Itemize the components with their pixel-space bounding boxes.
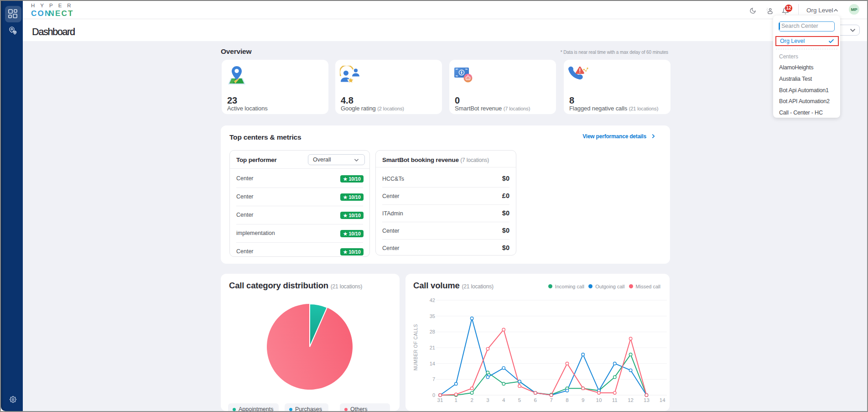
svg-text:3: 3 bbox=[486, 397, 489, 403]
svg-text:8: 8 bbox=[566, 397, 568, 403]
svg-text:7: 7 bbox=[550, 397, 552, 403]
svg-text:9: 9 bbox=[582, 397, 584, 403]
svg-text:14: 14 bbox=[660, 397, 665, 403]
svg-text:7: 7 bbox=[432, 376, 435, 382]
svg-text:4: 4 bbox=[502, 397, 505, 403]
svg-text:12: 12 bbox=[628, 397, 634, 403]
svg-text:13: 13 bbox=[644, 397, 650, 403]
svg-text:28: 28 bbox=[430, 329, 435, 334]
svg-text:5: 5 bbox=[518, 397, 521, 403]
svg-text:10: 10 bbox=[596, 397, 602, 403]
svg-text:0: 0 bbox=[432, 392, 435, 398]
svg-text:1: 1 bbox=[455, 397, 457, 403]
svg-text:6: 6 bbox=[534, 397, 537, 403]
svg-text:11: 11 bbox=[612, 397, 618, 403]
svg-text:2: 2 bbox=[470, 397, 473, 403]
svg-text:35: 35 bbox=[430, 313, 435, 319]
svg-text:21: 21 bbox=[430, 345, 435, 350]
svg-text:14: 14 bbox=[430, 361, 435, 366]
svg-text:42: 42 bbox=[430, 297, 435, 303]
svg-text:31: 31 bbox=[437, 397, 443, 403]
